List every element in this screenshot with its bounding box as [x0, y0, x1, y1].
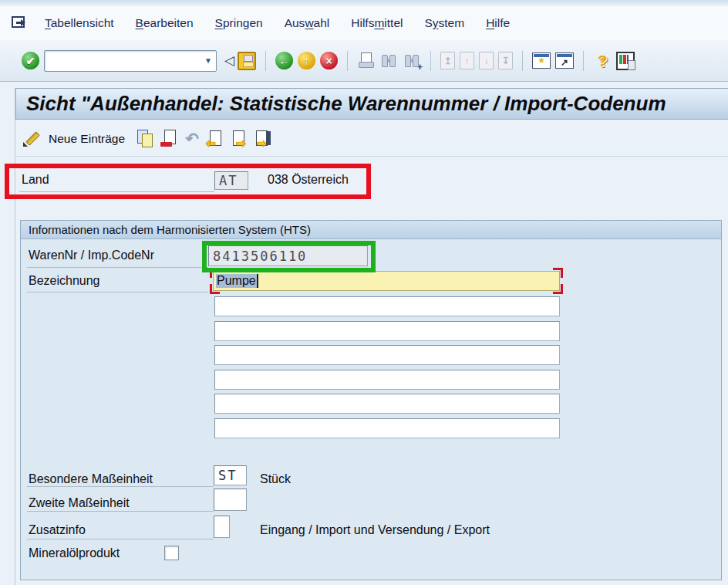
- menu-system[interactable]: System: [424, 16, 464, 30]
- besondere-masseinheit-description: Stück: [260, 472, 291, 486]
- warennr-field[interactable]: 8413506110: [208, 245, 368, 266]
- field-keyline: [27, 292, 208, 292]
- print-icon[interactable]: [357, 52, 375, 69]
- undo-icon[interactable]: ↶: [183, 130, 201, 148]
- hts-group-box: Informationen nach dem Harmonisierten Sy…: [20, 220, 722, 580]
- previous-entry-icon[interactable]: ⇦: [206, 130, 224, 147]
- toolbar-right-group: ←↑×+↥↑↓↧*↗?: [238, 51, 635, 71]
- other-entry-icon[interactable]: ⇨: [252, 130, 271, 147]
- toolbar-separator: [347, 51, 348, 71]
- app-toolbar-toggle-group: [22, 129, 41, 148]
- window-top-edge: [0, 0, 728, 6]
- zusatzinfo-field[interactable]: [214, 516, 230, 538]
- description-line-field[interactable]: [214, 418, 560, 438]
- bezeichnung-field[interactable]: Pumpe: [213, 271, 560, 291]
- previous-page-icon: ↑: [460, 52, 474, 69]
- text-cursor: [257, 274, 258, 288]
- help-icon[interactable]: ?: [593, 52, 612, 70]
- zweite-masseinheit-field[interactable]: [214, 489, 247, 511]
- warennr-label: WarenNr / Imp.CodeNr: [29, 249, 154, 262]
- besondere-masseinheit-field[interactable]: ST: [214, 465, 247, 485]
- field-keyline: [27, 267, 208, 268]
- new-session-icon[interactable]: *: [532, 52, 551, 69]
- zusatzinfo-description: Eingang / Import und Versendung / Export: [260, 523, 490, 537]
- back-icon[interactable]: ←: [275, 52, 293, 69]
- field-keyline: [27, 539, 214, 539]
- last-page-icon: ↧: [498, 52, 513, 69]
- zusatzinfo-label: Zusatzinfo: [29, 523, 86, 537]
- description-line-field[interactable]: [214, 345, 560, 365]
- menu-hilfsmittel[interactable]: Hilfsmittel: [351, 16, 403, 30]
- find-next-icon[interactable]: +: [403, 52, 421, 69]
- toolbar-separator: [583, 51, 584, 71]
- menu-hilfe[interactable]: Hilfe: [486, 16, 510, 30]
- field-keyline: [27, 486, 214, 487]
- zweite-masseinheit-label: Zweite Maßeinheit: [29, 496, 130, 510]
- command-input[interactable]: [45, 51, 216, 71]
- save-icon[interactable]: [238, 52, 256, 70]
- command-field: ▼: [44, 50, 217, 72]
- next-entry-icon[interactable]: ⇨: [229, 130, 248, 147]
- first-page-icon: ↥: [440, 52, 455, 69]
- delete-entry-icon[interactable]: [160, 130, 178, 147]
- description-line-field[interactable]: [214, 296, 560, 316]
- sap-window: TabellensichtBearbeitenSpringenAuswahlHi…: [0, 0, 728, 585]
- toolbar-separator: [265, 51, 266, 71]
- copy-entry-icon[interactable]: [136, 130, 155, 147]
- standard-toolbar: ✔ ▼ ◁ ←↑×+↥↑↓↧*↗?: [0, 40, 728, 82]
- land-field[interactable]: AT: [214, 171, 248, 190]
- customize-layout-icon[interactable]: [616, 52, 635, 70]
- application-toolbar: Neue Einträge ↶⇦⇨⇨: [15, 121, 728, 157]
- description-line-field[interactable]: [214, 370, 560, 390]
- exit-icon[interactable]: ↑: [298, 52, 315, 69]
- enter-icon[interactable]: ✔: [22, 52, 39, 69]
- menu-bar: TabellensichtBearbeitenSpringenAuswahlHi…: [0, 6, 728, 40]
- menu-auswahl[interactable]: Auswahl: [285, 16, 330, 30]
- mineraloelprodukt-checkbox[interactable]: [164, 546, 179, 560]
- menu-tabellensicht[interactable]: Tabellensicht: [45, 16, 114, 30]
- menu-items: TabellensichtBearbeitenSpringenAuswahlHi…: [45, 16, 510, 30]
- description-line-field[interactable]: [214, 394, 560, 414]
- page-title: Sicht "Außenhandel: Statistische Warennu…: [16, 92, 666, 116]
- create-shortcut-icon[interactable]: ↗: [555, 52, 574, 69]
- field-keyline: [27, 511, 214, 512]
- toolbar-separator: [522, 51, 523, 71]
- besondere-masseinheit-label: Besondere Maßeinheit: [29, 472, 153, 486]
- hts-group-header: Informationen nach dem Harmonisierten Sy…: [21, 221, 721, 239]
- find-icon[interactable]: [379, 52, 398, 69]
- app-toolbar-icons-group: ↶⇦⇨⇨: [136, 130, 271, 148]
- menu-springen[interactable]: Springen: [215, 16, 263, 30]
- command-dropdown-icon[interactable]: ▼: [204, 56, 212, 65]
- cancel-icon[interactable]: ×: [320, 52, 338, 69]
- toolbar-left-group: ✔: [22, 52, 39, 69]
- next-page-icon: ↓: [479, 52, 494, 69]
- bezeichnung-label: Bezeichnung: [29, 274, 100, 288]
- display-change-toggle-icon[interactable]: [22, 129, 41, 148]
- field-keyline: [19, 191, 214, 192]
- hide-command-field-icon[interactable]: ◁: [224, 52, 234, 69]
- mineraloelprodukt-label: Mineralölprodukt: [29, 546, 120, 560]
- toolbar-separator: [430, 51, 431, 71]
- system-menu-icon[interactable]: [11, 15, 31, 32]
- content-left-border: [15, 88, 15, 585]
- new-entries-button[interactable]: Neue Einträge: [49, 132, 125, 146]
- selected-text: Pumpe: [216, 274, 257, 288]
- land-description: 038 Österreich: [268, 173, 349, 187]
- title-bar: Sicht "Außenhandel: Statistische Warennu…: [15, 88, 728, 120]
- land-label: Land: [22, 173, 49, 187]
- menu-bearbeiten[interactable]: Bearbeiten: [136, 16, 194, 30]
- description-line-field[interactable]: [214, 321, 560, 341]
